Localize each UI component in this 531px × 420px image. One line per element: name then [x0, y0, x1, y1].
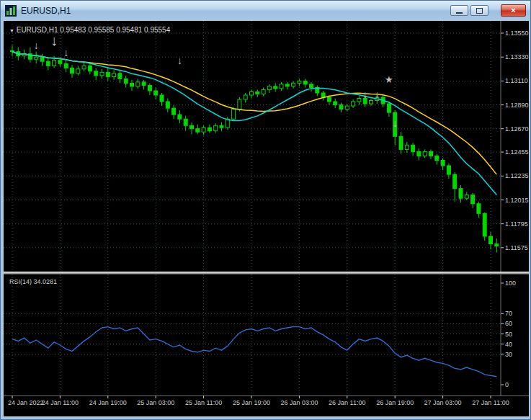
- rsi-axis-label: 40: [505, 341, 512, 348]
- price-axis-label: 1.12235: [505, 172, 529, 179]
- candle-body: [166, 102, 169, 108]
- time-axis-label: 25 Jan 03:00: [137, 399, 174, 406]
- candle-body: [178, 115, 182, 119]
- window-titlebar[interactable]: EURUSD,H1 ×: [1, 1, 530, 20]
- candle-body: [40, 57, 44, 61]
- candle-body: [465, 195, 468, 199]
- candle-body: [352, 102, 355, 106]
- candle-body: [339, 105, 343, 110]
- window-title: EURUSD,H1: [21, 6, 71, 16]
- price-chart-panel[interactable]: 1.135501.133301.131101.128901.126701.124…: [4, 21, 529, 272]
- minimize-button[interactable]: [450, 5, 468, 16]
- candle-body: [429, 151, 433, 156]
- rsi-axis-label: 0: [505, 381, 509, 388]
- candle-body: [447, 166, 450, 174]
- candle-body: [154, 91, 158, 95]
- candle-body: [292, 83, 295, 86]
- collapse-triangle-icon: ▼: [9, 28, 14, 33]
- sell-arrow-marker: ↓: [393, 117, 398, 129]
- candle-body: [160, 95, 164, 102]
- candle-body: [495, 244, 499, 246]
- rsi-axis-label: 100: [505, 280, 516, 287]
- candle-body: [459, 189, 463, 199]
- candle-body: [220, 125, 223, 128]
- time-axis-label: 26 Jan 11:00: [329, 399, 365, 406]
- rsi-axis-label: 30: [505, 351, 512, 358]
- sell-arrow-marker: ↓: [362, 89, 367, 100]
- candle-body: [35, 57, 38, 59]
- time-axis-label: 25 Jan 19:00: [233, 399, 270, 406]
- candle-body: [250, 92, 254, 96]
- candle-body: [405, 145, 409, 149]
- candle-body: [214, 125, 218, 131]
- candle-body: [136, 82, 140, 86]
- time-axis-label: 27 Jan 03:00: [424, 399, 462, 406]
- candle-body: [435, 156, 439, 160]
- candle-body: [100, 72, 104, 76]
- sell-arrow-marker: ↓: [177, 55, 182, 66]
- candle-body: [94, 71, 98, 76]
- candle-body: [334, 102, 337, 105]
- candle-body: [387, 104, 391, 112]
- candle-body: [58, 61, 62, 64]
- rsi-axis-label: 60: [505, 320, 512, 327]
- time-axis-label: 24 Jan 19:00: [89, 399, 127, 406]
- price-axis-label: 1.13550: [505, 30, 529, 37]
- time-axis-label: 26 Jan 03:00: [280, 399, 318, 406]
- time-axis[interactable]: 24 Jan 202224 Jan 11:0024 Jan 19:0025 Ja…: [4, 396, 529, 416]
- close-button[interactable]: ×: [501, 4, 526, 17]
- candle-body: [238, 99, 241, 110]
- candle-body: [417, 151, 421, 156]
- candle-body: [118, 73, 122, 79]
- candle-body: [106, 72, 110, 76]
- candle-body: [441, 161, 445, 166]
- candle-body: [76, 69, 80, 73]
- candle-body: [11, 50, 14, 52]
- candle-body: [64, 63, 68, 68]
- candle-body: [327, 97, 331, 102]
- candle-body: [471, 195, 475, 204]
- candle-body: [483, 213, 486, 236]
- candle-body: [172, 108, 176, 115]
- time-axis-label: 24 Jan 2022: [8, 399, 44, 406]
- rsi-axis-label: 70: [505, 310, 512, 317]
- chart-info-line: ▼ EURUSD,H1 0.95483 0.95585 0.95481 0.95…: [9, 26, 171, 34]
- mt-chart-window: EURUSD,H1 × 1.135501.133301.131101.12890…: [0, 0, 531, 420]
- candle-body: [303, 81, 307, 84]
- time-axis-label: 25 Jan 11:00: [185, 399, 222, 406]
- candle-body: [298, 81, 301, 83]
- candle-body: [244, 95, 247, 99]
- rsi-indicator-panel[interactable]: 10070605040300RSI(14) 34.0281: [4, 274, 529, 396]
- candle-body: [130, 83, 134, 86]
- candle-body: [453, 174, 457, 189]
- maximize-button[interactable]: [470, 5, 488, 16]
- candle-body: [232, 110, 236, 120]
- candle-body: [280, 84, 283, 89]
- sell-arrow-marker: ↓: [50, 32, 58, 48]
- ma-fast-line: [12, 52, 496, 195]
- price-axis-label: 1.12670: [505, 125, 529, 133]
- candle-body: [411, 145, 415, 151]
- candle-body: [345, 106, 349, 110]
- price-axis-label: 1.11795: [505, 220, 528, 228]
- price-axis-label: 1.12455: [505, 148, 529, 156]
- window-buttons: ×: [450, 4, 526, 17]
- candle-body: [88, 66, 92, 71]
- candle-body: [196, 129, 200, 133]
- time-axis-label: 26 Jan 19:00: [376, 399, 414, 406]
- candle-body: [267, 86, 271, 90]
- sell-arrow-marker: ↓: [34, 40, 39, 51]
- candle-body: [357, 99, 361, 102]
- sell-arrow-marker: ↓: [375, 89, 380, 100]
- rsi-indicator-label: RSI(14) 34.0281: [9, 278, 57, 285]
- candle-body: [370, 101, 373, 104]
- star-marker: ★: [385, 74, 393, 85]
- candle-body: [184, 119, 187, 125]
- candle-body: [423, 151, 427, 156]
- candle-body: [190, 125, 194, 129]
- candle-body: [142, 82, 146, 86]
- candle-body: [112, 73, 116, 77]
- candle-body: [53, 61, 56, 66]
- rsi-axis-label: 50: [505, 331, 512, 338]
- candle-body: [489, 236, 493, 244]
